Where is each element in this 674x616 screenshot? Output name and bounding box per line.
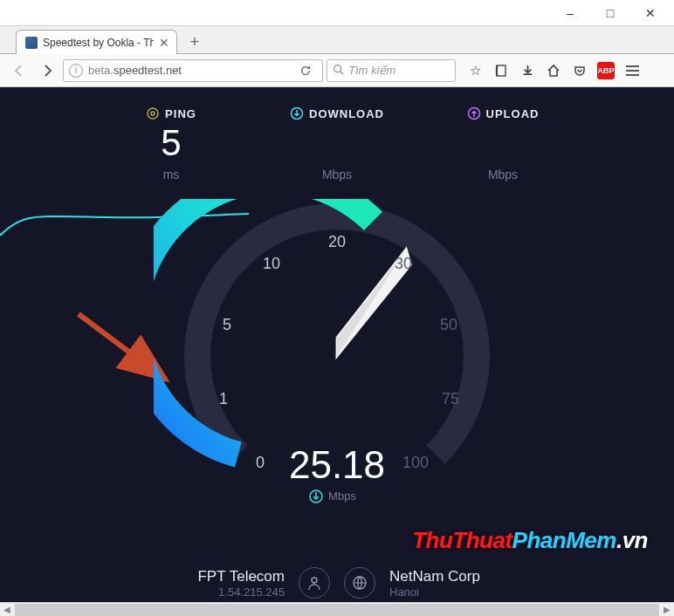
tab-close-button[interactable]: ✕	[159, 36, 169, 50]
isp-block: FPT Telecom 1.54.215.245	[110, 568, 285, 599]
download-label: DOWNLOAD	[309, 107, 384, 120]
upload-icon	[467, 106, 481, 120]
search-placeholder: Tìm kiếm	[348, 64, 395, 77]
tab-strip: Speedtest by Ookla - The Gl ✕ +	[0, 26, 674, 54]
tab-favicon	[25, 37, 38, 49]
user-icon	[299, 567, 330, 599]
watermark: ThuThuatPhanMem.vn	[412, 527, 648, 554]
server-name: NetNam Corp	[389, 568, 564, 585]
page-content: PING 5 ms DOWNLOAD Mbps UPLOAD Mbps	[0, 87, 674, 602]
reload-button[interactable]	[294, 65, 317, 77]
scroll-thumb[interactable]	[15, 604, 659, 616]
url-input[interactable]: i beta.speedtest.net	[63, 59, 323, 82]
tab-title: Speedtest by Ookla - The Gl	[43, 37, 154, 49]
scroll-right-button[interactable]: ▶	[660, 603, 674, 617]
navbar: i beta.speedtest.net Tìm kiếm ☆ ABP	[0, 54, 674, 87]
downloads-icon[interactable]	[515, 58, 540, 83]
ping-label: PING	[165, 107, 196, 120]
search-icon	[333, 64, 344, 78]
svg-rect-2	[497, 65, 506, 76]
isp-ip: 1.54.215.245	[110, 585, 285, 599]
window-close-button[interactable]: ✕	[630, 1, 671, 25]
ping-icon	[146, 106, 160, 120]
tick-20: 20	[328, 233, 346, 250]
metric-download: DOWNLOAD Mbps	[263, 106, 411, 181]
upload-value	[429, 122, 577, 164]
back-button[interactable]	[7, 58, 31, 83]
metrics-row: PING 5 ms DOWNLOAD Mbps UPLOAD Mbps	[0, 87, 674, 181]
tick-5: 5	[223, 316, 231, 333]
horizontal-scrollbar[interactable]: ◀ ▶	[0, 602, 674, 616]
home-icon[interactable]	[541, 58, 566, 83]
upload-unit: Mbps	[429, 168, 577, 181]
forward-button[interactable]	[35, 58, 59, 83]
svg-line-1	[340, 71, 343, 73]
download-value	[263, 122, 411, 164]
server-block: NetNam Corp Hanoi	[389, 568, 564, 599]
ping-unit: ms	[97, 168, 245, 181]
globe-icon	[344, 567, 375, 599]
download-icon	[290, 106, 304, 120]
svg-point-0	[334, 65, 341, 72]
svg-point-4	[148, 108, 158, 119]
tick-30: 30	[395, 255, 412, 272]
tick-1: 1	[219, 390, 228, 407]
new-tab-button[interactable]: +	[182, 31, 207, 53]
scroll-left-button[interactable]: ◀	[0, 603, 14, 617]
ping-value: 5	[97, 122, 245, 164]
site-info-icon[interactable]: i	[69, 64, 83, 78]
adblock-icon[interactable]: ABP	[594, 58, 618, 83]
tick-10: 10	[263, 255, 280, 272]
tick-50: 50	[440, 316, 457, 333]
upload-label: UPLOAD	[486, 107, 540, 120]
isp-name: FPT Telecom	[110, 568, 285, 585]
url-text: beta.speedtest.net	[88, 64, 294, 77]
window-minimize-button[interactable]: –	[550, 1, 590, 25]
browser-tab[interactable]: Speedtest by Ookla - The Gl ✕	[16, 30, 177, 54]
connection-info: FPT Telecom 1.54.215.245 NetNam Corp Han…	[0, 567, 674, 602]
speed-value: 25.18	[289, 443, 385, 486]
svg-point-5	[151, 112, 155, 115]
pocket-icon[interactable]	[567, 58, 592, 83]
window-titlebar: – □ ✕	[0, 0, 674, 26]
metric-ping: PING 5 ms	[97, 106, 245, 181]
window-maximize-button[interactable]: □	[590, 1, 630, 25]
bookmark-star-icon[interactable]: ☆	[463, 58, 487, 83]
menu-button[interactable]	[620, 58, 644, 83]
server-location: Hanoi	[389, 585, 564, 599]
tick-0: 0	[256, 454, 265, 471]
tick-100: 100	[402, 454, 429, 471]
download-unit: Mbps	[263, 168, 411, 181]
speed-gauge: 0 1 5 10 20 30 50 75 100 25.18 Mbps	[154, 199, 520, 513]
reading-list-icon[interactable]	[489, 58, 513, 83]
speed-unit: Mbps	[328, 489, 356, 503]
toolbar: ☆ ABP	[463, 58, 644, 83]
metric-upload: UPLOAD Mbps	[429, 106, 577, 181]
svg-point-12	[312, 578, 317, 583]
svg-line-8	[79, 314, 166, 380]
tick-75: 75	[442, 390, 459, 407]
search-input[interactable]: Tìm kiếm	[327, 59, 456, 82]
